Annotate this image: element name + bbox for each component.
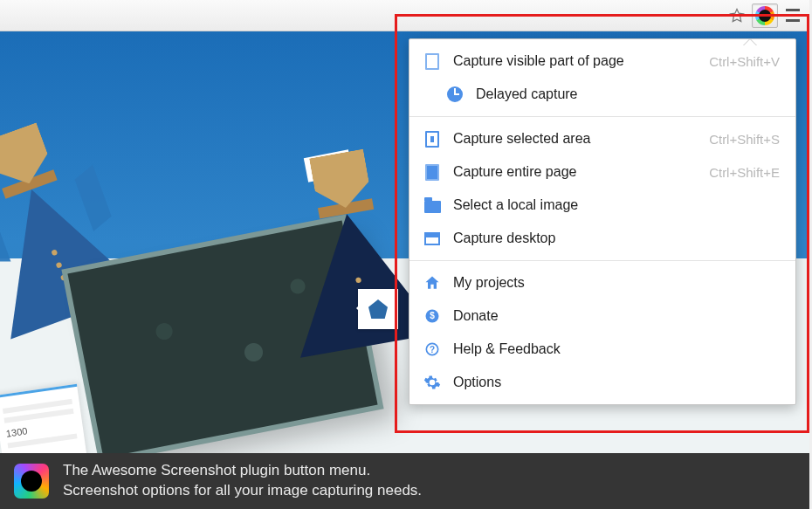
extension-button[interactable]	[752, 3, 778, 28]
menu-item-local-image[interactable]: Select a local image	[409, 189, 795, 222]
menu-item-delayed-capture[interactable]: Delayed capture	[409, 78, 795, 111]
help-icon: ?	[423, 340, 441, 358]
menu-item-shortcut: Ctrl+Shift+S	[709, 132, 780, 147]
menu-item-capture-visible[interactable]: Capture visible part of page Ctrl+Shift+…	[409, 45, 795, 78]
hamburger-icon	[786, 9, 800, 22]
menu-item-label: Options	[453, 375, 780, 390]
menu-item-capture-entire[interactable]: Capture entire page Ctrl+Shift+E	[409, 155, 795, 189]
folder-icon	[423, 196, 441, 214]
menu-item-capture-selected[interactable]: Capture selected area Ctrl+Shift+S	[409, 122, 795, 155]
caption-bar: The Awesome Screenshot plugin button men…	[0, 453, 809, 509]
menu-item-capture-desktop[interactable]: Capture desktop	[409, 222, 795, 255]
page-icon	[423, 52, 441, 70]
gear-icon	[423, 374, 441, 391]
menu-item-shortcut: Ctrl+Shift+V	[709, 54, 780, 69]
menu-item-label: Capture entire page	[453, 164, 697, 180]
menu-item-label: Capture selected area	[453, 131, 697, 147]
menu-item-label: Delayed capture	[476, 86, 780, 102]
menu-section: My projects $ Donate ? Help & Feedback O…	[409, 260, 795, 404]
star-icon	[728, 7, 746, 24]
selection-icon	[423, 130, 441, 148]
caption-line: Screenshot options for all your image ca…	[63, 481, 422, 501]
chrome-menu-button[interactable]	[780, 3, 806, 28]
menu-section: Capture selected area Ctrl+Shift+S Captu…	[409, 116, 795, 260]
bookmark-star-button[interactable]	[724, 3, 750, 28]
menu-item-label: Help & Feedback	[453, 341, 780, 357]
menu-item-label: My projects	[453, 275, 780, 291]
menu-item-label: Donate	[453, 308, 780, 324]
menu-item-label: Capture desktop	[453, 230, 780, 246]
page-full-icon	[423, 163, 441, 181]
menu-section: Capture visible part of page Ctrl+Shift+…	[409, 39, 795, 116]
decorative-widget: 1300	[0, 384, 90, 453]
svg-text:?: ?	[430, 345, 435, 354]
menu-item-my-projects[interactable]: My projects	[409, 266, 795, 299]
home-icon	[423, 274, 441, 292]
avatar-icon	[368, 299, 388, 319]
caption-text: The Awesome Screenshot plugin button men…	[63, 461, 422, 501]
menu-item-label: Capture visible part of page	[453, 53, 697, 69]
decorative-tooltip	[358, 289, 398, 329]
browser-toolbar	[0, 0, 809, 31]
svg-text:$: $	[430, 311, 435, 320]
menu-item-help[interactable]: ? Help & Feedback	[409, 333, 795, 366]
menu-item-options[interactable]: Options	[409, 366, 795, 399]
menu-item-label: Select a local image	[453, 197, 780, 213]
app-icon	[14, 464, 49, 499]
desktop-icon	[423, 230, 441, 247]
awesome-screenshot-icon	[755, 6, 774, 25]
clock-icon	[446, 86, 464, 103]
caption-line: The Awesome Screenshot plugin button men…	[63, 461, 422, 481]
extension-menu: Capture visible part of page Ctrl+Shift+…	[409, 38, 796, 405]
menu-item-donate[interactable]: $ Donate	[409, 299, 795, 333]
menu-item-shortcut: Ctrl+Shift+E	[709, 165, 780, 180]
donate-icon: $	[423, 307, 441, 325]
